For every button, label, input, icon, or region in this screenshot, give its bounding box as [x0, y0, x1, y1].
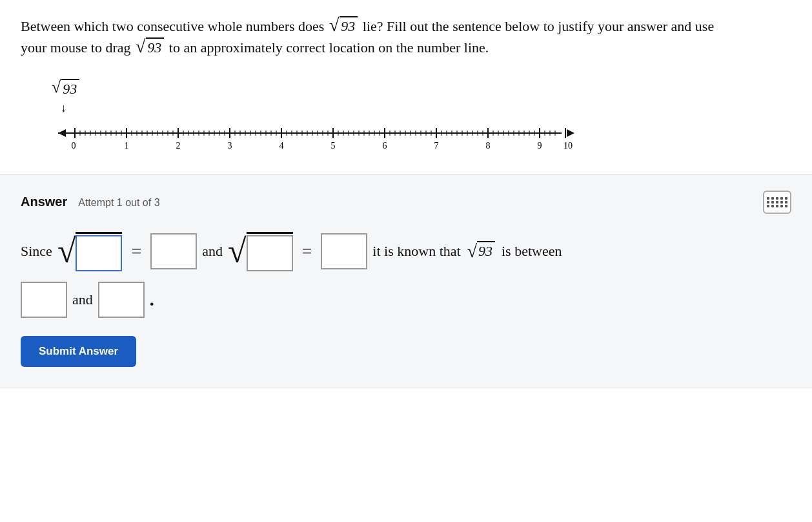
number-line-svg: 0 1 2 [52, 115, 581, 154]
radical-large-1: √ [57, 232, 76, 268]
submit-answer-button[interactable]: Submit Answer [21, 336, 136, 367]
question-sqrt2: √ 93 [136, 37, 164, 57]
radical-symbol2: √ [136, 37, 145, 56]
svg-text:7: 7 [434, 141, 439, 151]
keyboard-dots [767, 197, 788, 207]
svg-text:Real: Real [580, 128, 581, 138]
svg-text:6: 6 [383, 141, 387, 151]
svg-text:0: 0 [72, 141, 76, 151]
input-result2[interactable] [321, 233, 367, 269]
number-line-container[interactable]: 0 1 2 [52, 115, 581, 154]
answer-row-1: Since √ = and √ = it is known that √ [21, 232, 791, 271]
input-sqrt1-under[interactable] [76, 235, 122, 271]
sqrt-topbar-2 [247, 232, 293, 234]
input-result1[interactable] [150, 233, 197, 269]
and-2: and [72, 291, 93, 308]
radical-known: √ [467, 241, 477, 262]
svg-text:2: 2 [176, 141, 181, 151]
input-between-upper[interactable] [98, 282, 145, 318]
radical-large-2: √ [228, 232, 247, 268]
answer-sqrt93: √ 93 [467, 241, 495, 262]
question-part3: to an approximately correct location on … [169, 39, 489, 56]
sqrt-value2: 93 [146, 37, 164, 57]
sqrt-input2-wrapper: √ [228, 232, 293, 271]
sqrt-over-input-2 [247, 232, 293, 271]
is-between: is between [502, 243, 562, 260]
svg-text:9: 9 [538, 141, 542, 151]
svg-text:3: 3 [228, 141, 232, 151]
it-is-known: it is known that [372, 243, 460, 260]
sqrt-value1: 93 [340, 16, 358, 36]
sqrt-topbar-1 [76, 232, 122, 234]
sqrt-known-value: 93 [477, 241, 495, 261]
label-sqrt-value: 93 [61, 79, 79, 99]
question-part1: Between which two consecutive whole numb… [21, 18, 324, 34]
svg-marker-2 [567, 129, 574, 137]
answer-header-left: Answer Attempt 1 out of 3 [21, 194, 160, 209]
arrow-down: ↓ [61, 101, 791, 115]
svg-text:10: 10 [563, 141, 573, 151]
attempt-text: Attempt 1 out of 3 [78, 197, 159, 208]
sqrt-input1-wrapper: √ [57, 232, 123, 271]
svg-marker-1 [58, 129, 66, 137]
label-radical: √ [52, 79, 61, 96]
answer-row-2: and . [21, 282, 791, 318]
equals-2: = [298, 241, 316, 262]
period: . [150, 289, 154, 310]
answer-header: Answer Attempt 1 out of 3 [21, 191, 791, 214]
svg-text:4: 4 [279, 141, 284, 151]
number-line-section: √ 93 ↓ 0 1 [52, 79, 791, 154]
sqrt-label: √ 93 [52, 79, 791, 99]
question-text: Between which two consecutive whole numb… [21, 16, 731, 58]
sqrt-over-input-1 [76, 232, 122, 271]
radical-symbol: √ [329, 16, 339, 34]
question-sqrt1: √ 93 [329, 16, 358, 36]
input-between-lower[interactable] [21, 282, 67, 318]
answer-section: Answer Attempt 1 out of 3 Since √ = and [0, 174, 812, 388]
and-1: and [202, 243, 223, 260]
since-label: Since [21, 243, 52, 260]
svg-text:8: 8 [486, 141, 491, 151]
svg-text:5: 5 [331, 141, 336, 151]
input-sqrt2-under[interactable] [247, 235, 293, 271]
equals-1: = [127, 241, 145, 262]
keyboard-icon-button[interactable] [763, 191, 791, 214]
answer-label: Answer [21, 194, 67, 209]
svg-text:1: 1 [125, 141, 129, 151]
